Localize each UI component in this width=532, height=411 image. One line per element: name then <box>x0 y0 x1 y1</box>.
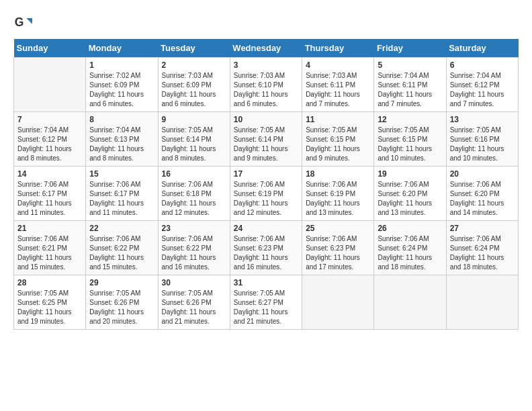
day-number: 26 <box>378 224 442 233</box>
day-number: 24 <box>234 224 298 233</box>
day-number: 7 <box>17 115 82 124</box>
calendar-cell: 28Sunrise: 7:05 AMSunset: 6:25 PMDayligh… <box>14 275 86 330</box>
calendar-week-row: 14Sunrise: 7:06 AMSunset: 6:17 PMDayligh… <box>14 167 519 221</box>
day-number: 12 <box>378 115 442 124</box>
day-info: Sunrise: 7:04 AMSunset: 6:12 PMDaylight:… <box>450 71 515 109</box>
day-info: Sunrise: 7:03 AMSunset: 6:11 PMDaylight:… <box>306 71 370 109</box>
weekday-header-monday: Monday <box>86 39 158 58</box>
calendar-cell: 23Sunrise: 7:06 AMSunset: 6:22 PMDayligh… <box>158 221 230 275</box>
calendar-cell: 8Sunrise: 7:04 AMSunset: 6:13 PMDaylight… <box>86 112 158 167</box>
day-number: 28 <box>17 278 82 287</box>
day-number: 16 <box>162 169 226 179</box>
day-info: Sunrise: 7:06 AMSunset: 6:21 PMDaylight:… <box>17 234 82 272</box>
day-number: 20 <box>450 169 515 179</box>
day-info: Sunrise: 7:06 AMSunset: 6:20 PMDaylight:… <box>450 180 515 218</box>
calendar-week-row: 7Sunrise: 7:04 AMSunset: 6:12 PMDaylight… <box>14 112 519 167</box>
day-info: Sunrise: 7:05 AMSunset: 6:14 PMDaylight:… <box>234 126 298 163</box>
day-info: Sunrise: 7:06 AMSunset: 6:17 PMDaylight:… <box>17 180 82 218</box>
day-number: 22 <box>89 224 154 233</box>
day-info: Sunrise: 7:06 AMSunset: 6:19 PMDaylight:… <box>234 180 298 218</box>
calendar-cell: 12Sunrise: 7:05 AMSunset: 6:15 PMDayligh… <box>374 112 446 167</box>
weekday-header-thursday: Thursday <box>302 39 374 58</box>
calendar-cell: 16Sunrise: 7:06 AMSunset: 6:18 PMDayligh… <box>158 167 230 221</box>
calendar-cell: 10Sunrise: 7:05 AMSunset: 6:14 PMDayligh… <box>230 112 302 167</box>
calendar-header: SundayMondayTuesdayWednesdayThursdayFrid… <box>14 39 519 58</box>
svg-marker-1 <box>26 18 32 24</box>
day-info: Sunrise: 7:06 AMSunset: 6:20 PMDaylight:… <box>378 180 442 218</box>
calendar-week-row: 28Sunrise: 7:05 AMSunset: 6:25 PMDayligh… <box>14 275 519 330</box>
day-info: Sunrise: 7:06 AMSunset: 6:18 PMDaylight:… <box>162 180 226 218</box>
day-info: Sunrise: 7:03 AMSunset: 6:10 PMDaylight:… <box>234 71 298 109</box>
svg-text:G: G <box>15 15 24 29</box>
day-info: Sunrise: 7:05 AMSunset: 6:27 PMDaylight:… <box>234 289 298 326</box>
day-info: Sunrise: 7:06 AMSunset: 6:23 PMDaylight:… <box>234 234 298 272</box>
day-number: 3 <box>234 60 298 70</box>
day-number: 6 <box>450 60 515 70</box>
day-number: 4 <box>306 60 370 70</box>
day-info: Sunrise: 7:04 AMSunset: 6:11 PMDaylight:… <box>378 71 442 109</box>
day-info: Sunrise: 7:05 AMSunset: 6:25 PMDaylight:… <box>17 289 82 326</box>
calendar-cell: 6Sunrise: 7:04 AMSunset: 6:12 PMDaylight… <box>446 58 518 112</box>
day-info: Sunrise: 7:06 AMSunset: 6:24 PMDaylight:… <box>450 234 515 272</box>
day-info: Sunrise: 7:06 AMSunset: 6:22 PMDaylight:… <box>89 234 154 272</box>
calendar-table: SundayMondayTuesdayWednesdayThursdayFrid… <box>13 39 519 330</box>
day-info: Sunrise: 7:06 AMSunset: 6:23 PMDaylight:… <box>306 234 370 272</box>
weekday-header-saturday: Saturday <box>446 39 518 58</box>
calendar-cell <box>374 275 446 330</box>
calendar-week-row: 21Sunrise: 7:06 AMSunset: 6:21 PMDayligh… <box>14 221 519 275</box>
calendar-cell: 26Sunrise: 7:06 AMSunset: 6:24 PMDayligh… <box>374 221 446 275</box>
weekday-header-friday: Friday <box>374 39 446 58</box>
calendar-cell: 22Sunrise: 7:06 AMSunset: 6:22 PMDayligh… <box>86 221 158 275</box>
day-number: 11 <box>306 115 370 124</box>
logo: G <box>13 13 35 32</box>
day-number: 8 <box>89 115 154 124</box>
day-number: 21 <box>17 224 82 233</box>
day-info: Sunrise: 7:06 AMSunset: 6:24 PMDaylight:… <box>378 234 442 272</box>
calendar-cell: 20Sunrise: 7:06 AMSunset: 6:20 PMDayligh… <box>446 167 518 221</box>
weekday-header-wednesday: Wednesday <box>230 39 302 58</box>
calendar-cell <box>446 275 518 330</box>
calendar-cell: 19Sunrise: 7:06 AMSunset: 6:20 PMDayligh… <box>374 167 446 221</box>
day-number: 25 <box>306 224 370 233</box>
calendar-cell: 24Sunrise: 7:06 AMSunset: 6:23 PMDayligh… <box>230 221 302 275</box>
day-info: Sunrise: 7:04 AMSunset: 6:12 PMDaylight:… <box>17 126 82 163</box>
calendar-cell: 3Sunrise: 7:03 AMSunset: 6:10 PMDaylight… <box>230 58 302 112</box>
calendar-cell: 11Sunrise: 7:05 AMSunset: 6:15 PMDayligh… <box>302 112 374 167</box>
day-info: Sunrise: 7:06 AMSunset: 6:17 PMDaylight:… <box>89 180 154 218</box>
day-info: Sunrise: 7:05 AMSunset: 6:26 PMDaylight:… <box>89 289 154 326</box>
day-info: Sunrise: 7:05 AMSunset: 6:14 PMDaylight:… <box>162 126 226 163</box>
day-number: 14 <box>17 169 82 179</box>
calendar-cell: 13Sunrise: 7:05 AMSunset: 6:16 PMDayligh… <box>446 112 518 167</box>
day-info: Sunrise: 7:04 AMSunset: 6:13 PMDaylight:… <box>89 126 154 163</box>
day-info: Sunrise: 7:05 AMSunset: 6:26 PMDaylight:… <box>162 289 226 326</box>
day-number: 30 <box>162 278 226 287</box>
day-number: 29 <box>89 278 154 287</box>
logo-icon: G <box>13 13 32 32</box>
calendar-body: 1Sunrise: 7:02 AMSunset: 6:09 PMDaylight… <box>14 58 519 330</box>
calendar-cell: 14Sunrise: 7:06 AMSunset: 6:17 PMDayligh… <box>14 167 86 221</box>
day-number: 27 <box>450 224 515 233</box>
day-number: 23 <box>162 224 226 233</box>
day-info: Sunrise: 7:05 AMSunset: 6:15 PMDaylight:… <box>378 126 442 163</box>
day-info: Sunrise: 7:06 AMSunset: 6:22 PMDaylight:… <box>162 234 226 272</box>
day-number: 1 <box>89 60 154 70</box>
calendar-week-row: 1Sunrise: 7:02 AMSunset: 6:09 PMDaylight… <box>14 58 519 112</box>
day-number: 17 <box>234 169 298 179</box>
calendar-cell: 1Sunrise: 7:02 AMSunset: 6:09 PMDaylight… <box>86 58 158 112</box>
day-number: 19 <box>378 169 442 179</box>
weekday-header-tuesday: Tuesday <box>158 39 230 58</box>
day-number: 10 <box>234 115 298 124</box>
day-number: 2 <box>162 60 226 70</box>
day-info: Sunrise: 7:06 AMSunset: 6:19 PMDaylight:… <box>306 180 370 218</box>
weekday-header-row: SundayMondayTuesdayWednesdayThursdayFrid… <box>14 39 519 58</box>
day-number: 13 <box>450 115 515 124</box>
day-info: Sunrise: 7:05 AMSunset: 6:16 PMDaylight:… <box>450 126 515 163</box>
calendar-cell: 4Sunrise: 7:03 AMSunset: 6:11 PMDaylight… <box>302 58 374 112</box>
page-header: G <box>13 13 519 32</box>
calendar-cell: 25Sunrise: 7:06 AMSunset: 6:23 PMDayligh… <box>302 221 374 275</box>
calendar-cell: 2Sunrise: 7:03 AMSunset: 6:09 PMDaylight… <box>158 58 230 112</box>
calendar-cell: 27Sunrise: 7:06 AMSunset: 6:24 PMDayligh… <box>446 221 518 275</box>
calendar-cell: 5Sunrise: 7:04 AMSunset: 6:11 PMDaylight… <box>374 58 446 112</box>
calendar-cell <box>14 58 86 112</box>
calendar-cell: 29Sunrise: 7:05 AMSunset: 6:26 PMDayligh… <box>86 275 158 330</box>
